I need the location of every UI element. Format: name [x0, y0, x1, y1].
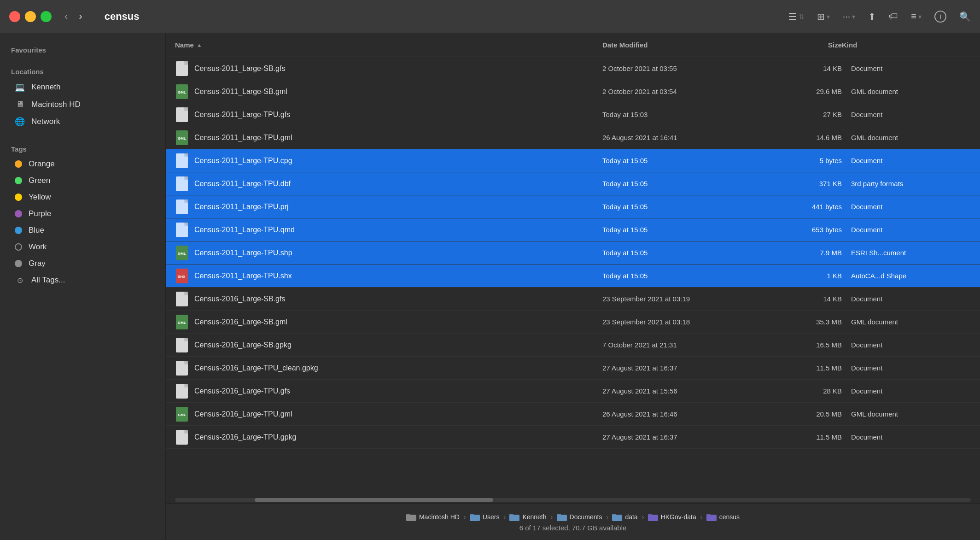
table-row[interactable]: GML Census-2011_Large-TPU.shp Today at 1…: [166, 241, 980, 264]
breadcrumb-separator: ›: [700, 512, 703, 522]
action-chevron-icon: ▾: [852, 13, 855, 20]
breadcrumb-item: Users: [470, 513, 500, 521]
close-button[interactable]: [9, 11, 20, 22]
tag-button[interactable]: 🏷: [889, 11, 898, 22]
scrollbar-thumb[interactable]: [255, 498, 493, 502]
toolbar-icons: ☰ ⇅ ⊞ ▾ ··· ▾ ⬆ 🏷 ≡ ▾ i 🔍: [788, 11, 971, 23]
breadcrumb-separator: ›: [503, 512, 506, 522]
file-kind: Document: [842, 157, 971, 164]
sidebar-item-tag-green[interactable]: Green: [4, 172, 162, 189]
gray-dot: [15, 260, 22, 267]
file-kind: GML document: [842, 410, 971, 418]
grid-view-button[interactable]: ⊞ ▾: [817, 11, 830, 22]
scrollbar-track[interactable]: [175, 498, 971, 502]
folder-icon: [648, 513, 658, 521]
table-row[interactable]: Census-2011_Large-TPU.cpg Today at 15:05…: [166, 149, 980, 172]
breadcrumb-folder[interactable]: data: [612, 513, 637, 521]
sidebar-item-label-network: Network: [31, 117, 60, 126]
shx-icon: SHX: [176, 269, 188, 283]
back-button[interactable]: ‹: [61, 9, 71, 24]
file-kind: 3rd party formats: [842, 180, 971, 188]
table-row[interactable]: GML Census-2011_Large-TPU.gml 26 August …: [166, 126, 980, 149]
file-date: 26 August 2021 at 16:41: [602, 134, 750, 141]
sidebar-item-tag-orange[interactable]: Orange: [4, 156, 162, 172]
purple-dot: [15, 210, 22, 217]
table-row[interactable]: Census-2011_Large-TPU.gfs Today at 15:03…: [166, 103, 980, 126]
svg-text:SHX: SHX: [178, 275, 186, 279]
file-name-cell: Census-2016_Large-TPU.gfs: [175, 383, 602, 399]
breadcrumb-folder[interactable]: Documents: [557, 513, 602, 521]
view-options-chevron-icon: ▾: [918, 13, 922, 20]
view-options-button[interactable]: ≡ ▾: [911, 11, 922, 22]
file-name: Census-2016_Large-SB.gml: [194, 318, 287, 326]
svg-marker-18: [184, 200, 188, 203]
table-row[interactable]: Census-2011_Large-TPU.prj Today at 15:05…: [166, 195, 980, 218]
breadcrumb-folder[interactable]: HKGov-data: [648, 513, 696, 521]
sidebar-item-macintosh-hd[interactable]: 🖥 Macintosh HD: [4, 96, 162, 113]
col-kind[interactable]: Kind: [842, 41, 971, 49]
table-row[interactable]: Census-2016_Large-SB.gpkg 7 October 2021…: [166, 334, 980, 357]
file-name-cell: Census-2016_Large-SB.gpkg: [175, 337, 602, 353]
table-row[interactable]: SHX Census-2011_Large-TPU.shx Today at 1…: [166, 264, 980, 288]
col-name[interactable]: Name ▲: [175, 41, 602, 49]
table-row[interactable]: Census-2011_Large-SB.gfs 2 October 2021 …: [166, 57, 980, 80]
doc-icon: [176, 176, 188, 191]
sidebar-item-kenneth[interactable]: 💻 Kenneth: [4, 78, 162, 96]
minimize-button[interactable]: [25, 11, 36, 22]
doc-icon: [176, 430, 188, 445]
search-icon: 🔍: [959, 11, 971, 22]
file-date: 2 October 2021 at 03:55: [602, 65, 750, 72]
breadcrumb-folder[interactable]: Macintosh HD: [406, 513, 460, 521]
list-view-button[interactable]: ☰ ⇅: [788, 11, 804, 22]
maximize-button[interactable]: [41, 11, 52, 22]
file-size: 28 KB: [750, 387, 842, 395]
table-row[interactable]: GML Census-2016_Large-SB.gml 23 Septembe…: [166, 311, 980, 334]
sidebar-item-tag-work[interactable]: Work: [4, 239, 162, 255]
table-row[interactable]: Census-2016_Large-TPU_clean.gpkg 27 Augu…: [166, 357, 980, 380]
blue-dot: [15, 227, 22, 234]
tags-section-title: Tags: [0, 141, 165, 156]
table-row[interactable]: Census-2016_Large-TPU.gpkg 27 August 202…: [166, 426, 980, 449]
tag-label-gray: Gray: [29, 259, 46, 268]
share-button[interactable]: ⬆: [868, 11, 876, 22]
col-size[interactable]: Size: [750, 41, 842, 49]
table-row[interactable]: Census-2016_Large-SB.gfs 23 September 20…: [166, 288, 980, 311]
svg-marker-44: [184, 430, 188, 434]
svg-marker-2: [184, 61, 188, 65]
file-kind: Document: [842, 387, 971, 395]
info-icon: i: [934, 11, 946, 23]
sidebar-item-network[interactable]: 🌐 Network: [4, 113, 162, 130]
yellow-dot: [15, 194, 22, 201]
file-name-cell: Census-2016_Large-TPU_clean.gpkg: [175, 360, 602, 376]
table-row[interactable]: Census-2011_Large-TPU.dbf Today at 15:05…: [166, 172, 980, 195]
breadcrumb-folder[interactable]: Users: [470, 513, 500, 521]
file-header: Name ▲ Date Modified Size Kind: [166, 33, 980, 57]
table-row[interactable]: GML Census-2011_Large-SB.gml 2 October 2…: [166, 80, 980, 103]
action-button[interactable]: ··· ▾: [843, 11, 856, 22]
breadcrumb-item: Macintosh HD: [406, 513, 460, 521]
search-button[interactable]: 🔍: [959, 11, 971, 22]
sidebar-item-tag-gray[interactable]: Gray: [4, 255, 162, 272]
breadcrumb-folder[interactable]: Kenneth: [509, 513, 546, 521]
sidebar-item-tag-blue[interactable]: Blue: [4, 222, 162, 239]
table-row[interactable]: Census-2016_Large-TPU.gfs 27 August 2021…: [166, 380, 980, 403]
file-name: Census-2011_Large-TPU.gfs: [194, 111, 290, 119]
breadcrumb-folder[interactable]: census: [706, 513, 740, 521]
info-button[interactable]: i: [934, 11, 946, 23]
file-name: Census-2016_Large-TPU.gpkg: [194, 433, 296, 441]
grid-chevron-icon: ▾: [827, 13, 830, 20]
folder-icon: [470, 513, 480, 521]
svg-rect-53: [612, 515, 622, 521]
table-row[interactable]: Census-2011_Large-TPU.qmd Today at 15:05…: [166, 218, 980, 241]
sidebar-item-tag-purple[interactable]: Purple: [4, 205, 162, 222]
file-date: 2 October 2021 at 03:54: [602, 88, 750, 95]
forward-button[interactable]: ›: [75, 9, 86, 24]
col-date-modified[interactable]: Date Modified: [602, 41, 750, 49]
file-kind: Document: [842, 364, 971, 372]
svg-rect-52: [557, 514, 561, 516]
sidebar-item-tag-yellow[interactable]: Yellow: [4, 189, 162, 205]
sidebar-item-all-tags[interactable]: ⊙ All Tags...: [4, 272, 162, 288]
table-row[interactable]: GML Census-2016_Large-TPU.gml 26 August …: [166, 403, 980, 426]
svg-rect-46: [406, 514, 410, 516]
file-date: Today at 15:03: [602, 111, 750, 118]
